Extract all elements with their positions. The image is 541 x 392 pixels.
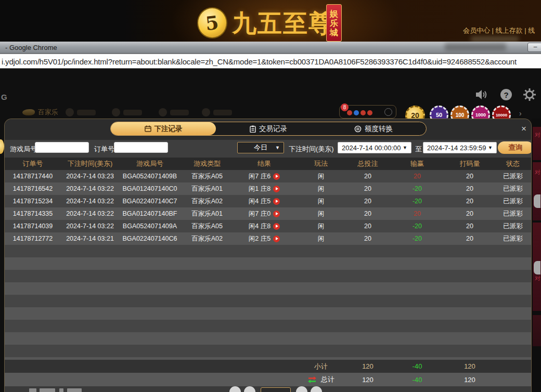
- swap-arrows-icon[interactable]: [307, 376, 317, 383]
- table-row[interactable]: 141787140392024-7-14 03:22 BGA0524071409…: [5, 220, 532, 232]
- nav-item-dimmed[interactable]: [159, 108, 189, 116]
- table-panel-fragment: 对: [533, 127, 541, 160]
- fish-icon: [22, 109, 35, 115]
- nav-icon: [66, 108, 74, 116]
- mini-chip-red: [367, 110, 372, 115]
- replay-icon[interactable]: [273, 198, 280, 205]
- replay-icon[interactable]: [273, 211, 280, 217]
- brand-badge-char: 娱: [330, 9, 338, 18]
- browser-addressbar[interactable]: i.ydjol.com/h5V01/pc/index.html?return=a…: [0, 54, 541, 69]
- col-turnover: 打码量: [446, 158, 494, 170]
- col-total-bet: 总投注: [347, 158, 389, 170]
- nav-item-dimmed[interactable]: [202, 108, 232, 116]
- order-no-input[interactable]: [114, 142, 168, 153]
- calendar-icon: [145, 125, 151, 132]
- coin-transfer-icon: [354, 125, 362, 133]
- platform-logo-fragment: G: [1, 93, 7, 101]
- nav-icon: [202, 108, 210, 116]
- query-button[interactable]: 查询: [498, 141, 532, 154]
- clipped-text-fragment: [67, 388, 82, 392]
- tab-bet-records[interactable]: 下注记录: [111, 122, 216, 135]
- browser-titlebar[interactable]: - Google Chrome –: [0, 42, 541, 54]
- site-header: 5 九五至尊 娱 乐 城 会员中心 | 线上存款 | 线: [0, 0, 541, 42]
- col-winloss: 输赢: [389, 158, 446, 170]
- table-row[interactable]: 141787127722024-7-14 03:21 BGA022407140C…: [5, 232, 532, 245]
- start-time-select[interactable]: 2024-7-14 00:00:00 ▼: [338, 142, 411, 153]
- brand-badge-char: 城: [330, 28, 338, 37]
- mini-chip-blue: [354, 110, 359, 115]
- pager-page-box[interactable]: [261, 387, 291, 392]
- replay-icon[interactable]: [273, 236, 280, 242]
- nav-item-baccarat[interactable]: 百家乐: [22, 108, 58, 117]
- game-round-label: 游戏局号: [10, 145, 37, 154]
- brand-coin-icon: 5: [197, 7, 227, 38]
- empty-rows-stripes: [5, 245, 532, 360]
- total-row: 总计 120 -40 120: [5, 373, 532, 386]
- pager-prev-button[interactable]: [244, 386, 255, 392]
- help-icon[interactable]: ?: [500, 89, 512, 100]
- replay-icon[interactable]: [273, 223, 280, 230]
- table-row[interactable]: 141787165422024-7-14 03:22 BGA012407140C…: [5, 182, 532, 195]
- col-bet-time: 下注时间(美东): [61, 158, 119, 170]
- subtotal-bet: 120: [347, 360, 389, 373]
- page-toolbar: ?: [475, 88, 536, 101]
- minimize-button[interactable]: –: [527, 43, 541, 52]
- brand-badge-char: 乐: [330, 19, 338, 28]
- chip-extra-icon: [384, 108, 392, 116]
- scroll-pill-fragment: [534, 261, 540, 275]
- col-game-type: 游戏类型: [181, 158, 234, 170]
- close-icon[interactable]: ×: [518, 123, 530, 135]
- total-label-cell: 总计: [295, 373, 347, 386]
- end-time-select[interactable]: 2024-7-14 23:59:59 ▼: [423, 142, 497, 153]
- blurred-title-text: [445, 43, 506, 51]
- replay-icon[interactable]: [273, 173, 280, 180]
- tab-credit-transfer[interactable]: 额度转换: [321, 122, 426, 135]
- total-label: 总计: [321, 375, 334, 384]
- nav-item-dimmed[interactable]: [112, 108, 142, 116]
- nav-item-label: 百家乐: [38, 108, 58, 117]
- tab-label: 下注记录: [154, 124, 183, 134]
- table-panel-fragment: [533, 315, 541, 346]
- subtotal-row: 小计 120 -40 120: [5, 360, 532, 373]
- nav-label-blob: [170, 110, 189, 115]
- bet-records-modal: 下注记录 交易记录 额度转换 ×: [4, 119, 532, 392]
- tab-label: 交易记录: [259, 124, 287, 134]
- total-bet: 120: [347, 373, 389, 386]
- total-winloss: -40: [389, 373, 446, 386]
- brand-badge: 娱 乐 城: [326, 4, 342, 42]
- nav-label-blob: [123, 110, 142, 115]
- pager-last-button[interactable]: [311, 386, 322, 392]
- replay-icon[interactable]: [273, 186, 280, 192]
- col-result: 结果: [234, 158, 295, 170]
- date-range-select[interactable]: 今日 ▼: [237, 142, 284, 153]
- nav-icon: [112, 108, 120, 116]
- start-time-value: 2024-7-14 00:00:00: [342, 144, 401, 152]
- table-panel-fragment: 对: [533, 162, 541, 220]
- member-links[interactable]: 会员中心 | 线上存款 | 线: [463, 26, 541, 35]
- settings-gear-icon[interactable]: [523, 88, 536, 101]
- clipped-text-fragment: [59, 388, 63, 392]
- panel-char: 对: [535, 168, 540, 176]
- table-row[interactable]: 141787143352024-7-14 03:22 BGA012407140B…: [5, 207, 532, 220]
- table-row[interactable]: 141787174402024-7-14 03:23 BGA0524071409…: [5, 170, 532, 182]
- volume-icon[interactable]: [475, 88, 489, 101]
- mini-chip-red: [347, 110, 352, 115]
- mini-chip-red: [360, 110, 366, 115]
- pager-first-button[interactable]: [229, 386, 241, 392]
- date-range-value: 今日: [254, 143, 267, 152]
- notification-badge: 8: [341, 103, 349, 111]
- subtotal-label: 小计: [295, 360, 347, 373]
- table-row[interactable]: 141787152342024-7-14 03:22 BGA022407140C…: [5, 195, 532, 207]
- nav-icon: [159, 108, 167, 116]
- tab-transaction-records[interactable]: 交易记录: [216, 122, 321, 135]
- nav-item-dimmed[interactable]: [66, 108, 96, 116]
- panel-char: 对: [535, 275, 540, 282]
- pager-next-button[interactable]: [296, 386, 307, 392]
- subtotal-turnover: 120: [446, 360, 494, 373]
- chevron-down-icon: ▼: [275, 145, 280, 150]
- mini-chip-tray: 8: [339, 105, 396, 119]
- total-turnover: 120: [446, 373, 494, 386]
- chips-next-arrow[interactable]: ›: [519, 109, 522, 117]
- to-label: 至: [415, 145, 422, 154]
- game-round-input[interactable]: [35, 142, 89, 153]
